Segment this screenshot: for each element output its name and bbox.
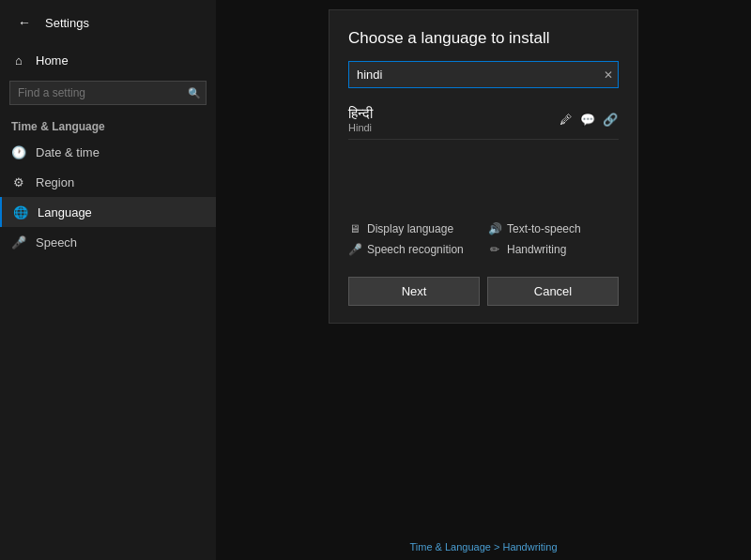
display-language-icon: 🖥 (348, 222, 361, 235)
sidebar-item-region-label: Region (36, 175, 74, 189)
speech-recognition-icon: 🎤 (348, 243, 361, 256)
feature-text-to-speech: 🔊 Text-to-speech (488, 222, 619, 235)
result-language-info: हिन्दी Hindi (348, 105, 373, 133)
sidebar-header: ← Settings (0, 0, 216, 45)
speech-icon: 🎤 (11, 235, 26, 250)
language-result-item[interactable]: हिन्दी Hindi 🖉 💬 🔗 (348, 99, 619, 140)
sidebar-item-region[interactable]: ⚙ Region (0, 167, 216, 197)
result-native-name: हिन्दी (348, 105, 373, 122)
chat-icon: 💬 (579, 111, 596, 128)
search-container: 🔍 (9, 81, 207, 105)
section-label: Time & Language (0, 111, 216, 137)
feature-speech-recognition: 🎤 Speech recognition (348, 243, 479, 256)
sidebar-item-date-time-label: Date & time (36, 145, 100, 159)
sidebar: ← Settings ⌂ Home 🔍 Time & Language 🕐 Da… (0, 0, 216, 560)
handwriting-icon: ✏ (488, 243, 501, 256)
search-icon: 🔍 (188, 87, 201, 99)
search-clear-icon[interactable]: ✕ (604, 68, 613, 82)
back-button[interactable]: ← (11, 9, 38, 36)
cancel-button[interactable]: Cancel (487, 277, 619, 306)
sidebar-item-speech-label: Speech (36, 235, 77, 250)
date-time-icon: 🕐 (11, 144, 26, 159)
language-install-dialog: Choose a language to install ✕ हिन्दी Hi… (329, 9, 638, 324)
language-icon: 🌐 (13, 204, 28, 219)
sidebar-item-home[interactable]: ⌂ Home (0, 45, 216, 75)
feature-display-language: 🖥 Display language (348, 222, 479, 235)
sidebar-item-language-label: Language (38, 205, 92, 219)
region-icon: ⚙ (11, 174, 26, 189)
home-icon: ⌂ (11, 53, 26, 68)
link-icon: 🔗 (602, 111, 619, 128)
sidebar-item-language[interactable]: 🌐 Language (0, 197, 216, 227)
main-content: Choose a language to install ✕ हिन्दी Hi… (216, 0, 751, 560)
search-input[interactable] (9, 81, 207, 105)
dialog-buttons: Next Cancel (330, 269, 637, 323)
result-english-name: Hindi (348, 122, 373, 133)
features-grid: 🖥 Display language 🔊 Text-to-speech 🎤 Sp… (348, 222, 619, 256)
feature-speech-recognition-label: Speech recognition (367, 243, 464, 256)
dialog-search-container: ✕ (348, 61, 619, 88)
feature-text-to-speech-label: Text-to-speech (507, 222, 581, 235)
language-search-input[interactable] (348, 61, 619, 88)
text-to-speech-icon: 🔊 (488, 222, 501, 235)
feature-handwriting: ✏ Handwriting (488, 243, 619, 256)
dialog-title: Choose a language to install (330, 10, 637, 61)
bottom-breadcrumb-link[interactable]: Time & Language > Handwriting (216, 541, 751, 552)
sidebar-item-date-time[interactable]: 🕐 Date & time (0, 137, 216, 167)
next-button[interactable]: Next (348, 277, 480, 306)
sidebar-item-speech[interactable]: 🎤 Speech (0, 227, 216, 257)
sidebar-title: Settings (45, 16, 89, 30)
pin-icon: 🖉 (557, 111, 574, 128)
result-icons-group: 🖉 💬 🔗 (557, 111, 619, 128)
feature-handwriting-label: Handwriting (507, 243, 566, 256)
feature-display-language-label: Display language (367, 222, 453, 235)
home-label: Home (36, 53, 69, 68)
